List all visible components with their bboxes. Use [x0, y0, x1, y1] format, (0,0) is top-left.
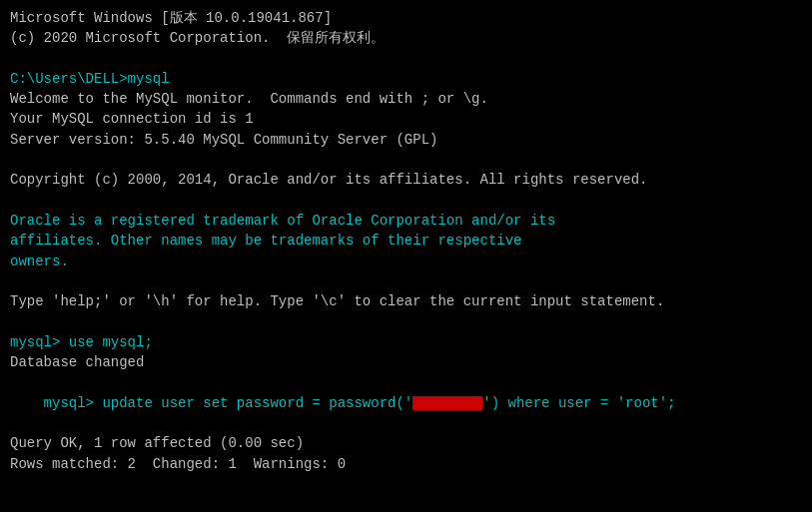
db-changed-line: Database changed	[10, 352, 802, 372]
trademark-line-1: Oracle is a registered trademark of Orac…	[10, 211, 802, 231]
ms-copyright-line: (c) 2020 Microsoft Corporation. 保留所有权利。	[10, 28, 802, 48]
blank-line-1	[10, 49, 802, 69]
trademark-line-2: affiliates. Other names may be trademark…	[10, 231, 802, 251]
connection-id-line: Your MySQL connection id is 1	[10, 109, 802, 129]
blank-line-3	[10, 191, 802, 211]
rows-matched-line: Rows matched: 2 Changed: 1 Warnings: 0	[10, 454, 802, 474]
query-ok-line: Query OK, 1 row affected (0.00 sec)	[10, 433, 802, 453]
terminal-window: Microsoft Windows [版本 10.0.19041.867] (c…	[10, 8, 802, 504]
oracle-copyright-line: Copyright (c) 2000, 2014, Oracle and/or …	[10, 170, 802, 190]
welcome-line: Welcome to the MySQL monitor. Commands e…	[10, 89, 802, 109]
blank-line-2	[10, 150, 802, 170]
mysql-prompt-line: C:\Users\DELL>mysql	[10, 69, 802, 89]
update-cmd-prefix: mysql> update user set password = passwo…	[44, 395, 413, 411]
blank-line-6	[10, 474, 802, 494]
trademark-line-3: owners.	[10, 252, 802, 271]
update-cmd-suffix: ') where user = 'root';	[482, 395, 675, 411]
blank-line-4	[10, 271, 802, 291]
update-command-line: mysql> update user set password = passwo…	[10, 372, 802, 433]
windows-version-line: Microsoft Windows [版本 10.0.19041.867]	[10, 8, 802, 28]
blank-line-5	[10, 311, 802, 331]
help-hint-line: Type 'help;' or '\h' for help. Type '\c'…	[10, 291, 802, 311]
use-mysql-line: mysql> use mysql;	[10, 332, 802, 352]
server-version-line: Server version: 5.5.40 MySQL Community S…	[10, 130, 802, 150]
final-prompt-line[interactable]: mysql>	[10, 494, 802, 512]
redacted-password	[412, 396, 482, 410]
